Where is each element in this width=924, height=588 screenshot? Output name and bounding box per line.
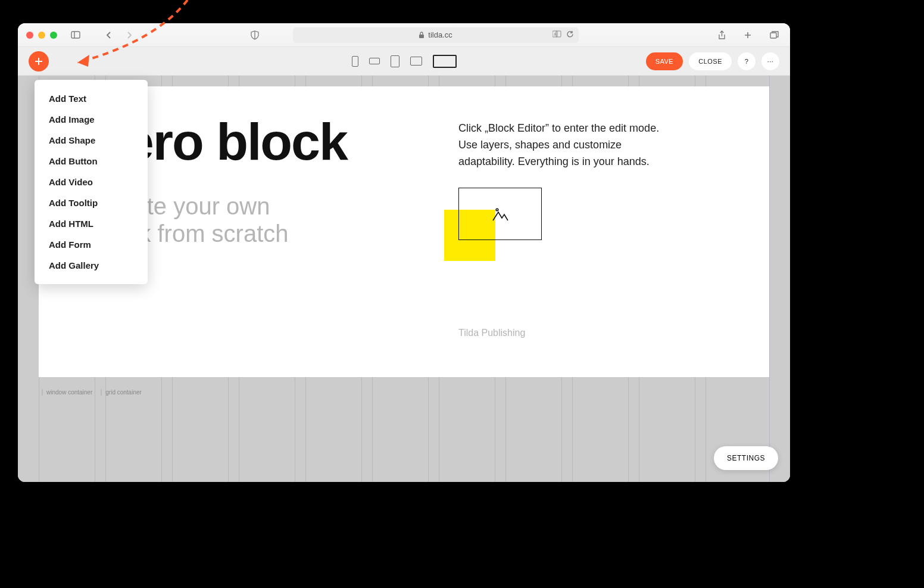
description-text[interactable]: Click „Block Editor” to enter the edit m… xyxy=(458,120,661,170)
menu-item-add-html[interactable]: Add HTML xyxy=(35,213,148,234)
new-tab-button[interactable] xyxy=(740,29,756,42)
svg-rect-5 xyxy=(556,31,561,37)
sidebar-toggle-button[interactable] xyxy=(68,29,83,42)
device-mobile-landscape[interactable] xyxy=(369,58,380,64)
grid-container-label[interactable]: grid container xyxy=(101,389,142,396)
menu-item-add-image[interactable]: Add Image xyxy=(35,109,148,130)
menu-item-add-video[interactable]: Add Video xyxy=(35,172,148,192)
device-tablet-portrait[interactable] xyxy=(391,55,399,67)
editor-toolbar: SAVE CLOSE ? ··· xyxy=(18,47,790,76)
menu-item-add-form[interactable]: Add Form xyxy=(35,234,148,255)
tabs-overview-button[interactable] xyxy=(766,29,782,42)
image-placeholder[interactable] xyxy=(458,188,542,240)
device-tablet-landscape[interactable] xyxy=(410,57,422,66)
menu-item-add-text[interactable]: Add Text xyxy=(35,88,148,109)
device-mobile-portrait[interactable] xyxy=(352,56,358,67)
menu-item-add-button[interactable]: Add Button xyxy=(35,151,148,172)
refresh-icon[interactable] xyxy=(566,30,574,40)
close-window-button[interactable] xyxy=(26,32,33,39)
save-button[interactable]: SAVE xyxy=(646,52,683,70)
device-switcher xyxy=(352,55,457,68)
container-labels: window container grid container xyxy=(42,389,142,396)
address-bar[interactable]: tilda.cc A xyxy=(293,27,579,43)
browser-window: tilda.cc A xyxy=(18,23,790,482)
help-button[interactable]: ? xyxy=(738,52,756,70)
close-button[interactable]: CLOSE xyxy=(689,52,732,70)
svg-rect-0 xyxy=(71,32,80,38)
add-element-button[interactable] xyxy=(29,51,49,71)
plus-icon xyxy=(34,57,43,66)
translate-icon[interactable]: A xyxy=(552,30,562,39)
lock-icon xyxy=(419,32,424,39)
credit-text[interactable]: Tilda Publishing xyxy=(458,328,525,338)
settings-button[interactable]: SETTINGS xyxy=(714,446,778,470)
menu-item-add-tooltip[interactable]: Add Tooltip xyxy=(35,192,148,213)
add-element-menu: Add Text Add Image Add Shape Add Button … xyxy=(35,80,148,284)
window-container-label[interactable]: window container xyxy=(42,389,92,396)
share-button[interactable] xyxy=(714,29,729,42)
back-button[interactable] xyxy=(101,29,117,42)
url-text: tilda.cc xyxy=(428,30,452,39)
menu-item-add-gallery[interactable]: Add Gallery xyxy=(35,255,148,276)
svg-rect-3 xyxy=(419,35,424,38)
svg-text:A: A xyxy=(554,32,557,36)
minimize-window-button[interactable] xyxy=(38,32,45,39)
device-desktop[interactable] xyxy=(433,55,457,68)
shield-privacy-icon[interactable] xyxy=(247,29,263,42)
more-button[interactable]: ··· xyxy=(761,52,779,70)
image-placeholder-icon xyxy=(491,206,509,222)
maximize-window-button[interactable] xyxy=(50,32,57,39)
menu-item-add-shape[interactable]: Add Shape xyxy=(35,130,148,151)
forward-button[interactable] xyxy=(121,29,137,42)
window-controls xyxy=(26,32,57,39)
page-canvas[interactable]: Zero block Create your own block from sc… xyxy=(39,86,769,377)
browser-chrome: tilda.cc A xyxy=(18,23,790,47)
svg-point-12 xyxy=(496,209,498,211)
svg-rect-9 xyxy=(770,33,776,38)
